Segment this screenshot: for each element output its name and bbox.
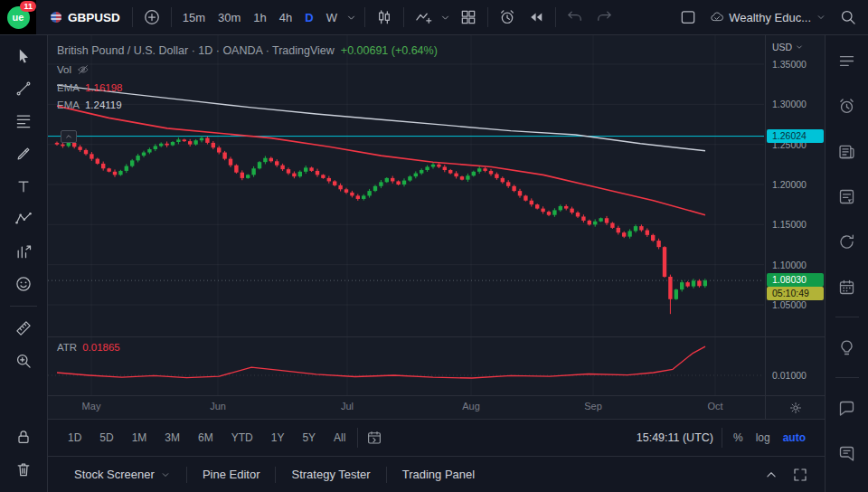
range-1M[interactable]: 1M (125, 429, 155, 447)
tab-label: Strategy Tester (291, 468, 370, 481)
ema-label: EMA (57, 99, 80, 110)
indicators-button[interactable] (409, 5, 438, 30)
range-1D[interactable]: 1D (61, 429, 89, 447)
range-6M[interactable]: 6M (191, 429, 221, 447)
multichart-layout-button[interactable] (454, 5, 483, 30)
volume-legend-row[interactable]: Vol (57, 63, 438, 76)
timeframe-1h[interactable]: 1h (247, 5, 272, 29)
log-scale-toggle[interactable]: log (756, 431, 770, 444)
layout-select-button[interactable] (674, 5, 703, 30)
tab-stock-screener[interactable]: Stock Screener (59, 457, 186, 492)
redo-button[interactable] (590, 5, 618, 30)
time-axis[interactable]: MayJunJulAugSepOct (48, 395, 825, 419)
alerts-icon[interactable] (832, 90, 863, 121)
forecast-icon[interactable] (8, 236, 39, 267)
symbol-search-button[interactable]: GBPUSD (42, 5, 127, 30)
level-line-collapse-button[interactable] (61, 130, 77, 143)
month-labels[interactable]: MayJunJulAugSepOct (48, 396, 764, 419)
month-label[interactable]: Jul (341, 401, 354, 412)
tab-trading-panel[interactable]: Trading Panel (387, 457, 490, 492)
lock-icon[interactable] (8, 421, 39, 452)
text-icon[interactable] (8, 171, 39, 202)
month-label[interactable]: Sep (584, 401, 602, 412)
tab-strategy-tester[interactable]: Strategy Tester (276, 457, 385, 492)
chart-style-button[interactable] (370, 5, 399, 30)
ema-slow-legend-row[interactable]: EMA 1.24119 (57, 99, 438, 110)
range-3M[interactable]: 3M (157, 429, 187, 447)
ideas-icon[interactable] (832, 332, 863, 363)
price-tick-label: 1.15000 (766, 218, 825, 231)
add-symbol-button[interactable] (137, 5, 166, 30)
hotlists-icon[interactable] (832, 226, 863, 257)
month-label[interactable]: Oct (707, 401, 722, 412)
price-tick-label: 1.10000 (766, 259, 825, 271)
bar-replay-button[interactable] (522, 5, 551, 30)
xabcd-pattern-icon[interactable] (8, 203, 39, 234)
clock[interactable]: 15:49:11 (UTC) (637, 431, 713, 444)
tradingview-app: ue 11 GBPUSD 15m30m1h4hDW Wealthy Educ..… (0, 0, 868, 492)
public-chat-icon[interactable] (832, 438, 863, 468)
range-YTD[interactable]: YTD (224, 429, 260, 447)
range-5D[interactable]: 5D (92, 429, 120, 447)
timeframe-group: 15m30m1h4hDW (176, 5, 344, 29)
timeframe-D[interactable]: D (298, 5, 319, 29)
range-5Y[interactable]: 5Y (295, 429, 323, 447)
brush-icon[interactable] (8, 138, 39, 169)
news-icon[interactable] (832, 136, 863, 166)
ema-fast-legend-row[interactable]: EMA 1.16198 (57, 82, 438, 93)
search-button[interactable] (834, 5, 863, 30)
price-scale[interactable]: USD 1.350001.300001.250001.200001.150001… (765, 35, 825, 336)
support-icon[interactable] (832, 483, 863, 492)
create-alert-button[interactable] (493, 5, 522, 30)
watchlist-icon[interactable] (832, 45, 863, 76)
top-toolbar: ue 11 GBPUSD 15m30m1h4hDW Wealthy Educ..… (0, 0, 868, 35)
currency-selector[interactable]: USD (772, 42, 804, 52)
timeframe-15m[interactable]: 15m (176, 5, 212, 29)
emoji-icon[interactable] (8, 269, 39, 299)
percent-scale-toggle[interactable]: % (733, 431, 743, 444)
range-1Y[interactable]: 1Y (264, 429, 292, 447)
calendar-icon[interactable] (832, 271, 863, 302)
ruler-icon[interactable] (8, 313, 39, 344)
level-price-label: 1.26024 (767, 129, 824, 143)
timeframe-W[interactable]: W (320, 5, 344, 29)
ema-fast-value: 1.16198 (85, 82, 123, 93)
timeframe-4h[interactable]: 4h (273, 5, 298, 29)
month-label[interactable]: Aug (462, 401, 480, 412)
main-chart-pane[interactable]: British Pound / U.S. Dollar · 1D · OANDA… (48, 35, 825, 336)
price-tick-label: 1.35000 (766, 58, 825, 71)
layout-name-button[interactable]: Wealthy Educ... (703, 5, 834, 30)
indicators-menu-chevron-icon[interactable] (438, 5, 454, 30)
app-logo[interactable]: ue 11 (0, 0, 36, 34)
chat-icon[interactable] (832, 393, 863, 423)
panel-maximize-icon[interactable] (792, 467, 808, 483)
atr-chart[interactable] (48, 337, 764, 395)
atr-scale[interactable]: 0.01000 (765, 337, 825, 395)
range-All[interactable]: All (326, 429, 353, 447)
eye-off-icon[interactable] (77, 63, 90, 76)
trash-icon[interactable] (8, 454, 39, 485)
timeframe-30m[interactable]: 30m (212, 5, 247, 29)
legend-title-row[interactable]: British Pound / U.S. Dollar · 1D · OANDA… (57, 44, 438, 57)
data-window-icon[interactable] (832, 181, 863, 212)
panel-controls (763, 467, 825, 483)
currency-label: USD (772, 42, 792, 52)
cursor-icon[interactable] (8, 41, 39, 71)
gear-icon[interactable] (788, 401, 803, 415)
atr-tick-label: 0.01000 (766, 369, 825, 382)
timeframe-menu-chevron-icon[interactable] (344, 5, 360, 30)
zoom-icon[interactable] (8, 345, 39, 376)
undo-button[interactable] (561, 5, 590, 30)
chevron-down-icon (160, 469, 171, 480)
bar-countdown-label: 05:10:49 (767, 287, 824, 300)
trendline-icon[interactable] (8, 73, 39, 104)
panel-expand-chevron-icon[interactable] (763, 467, 779, 483)
go-to-date-icon[interactable] (366, 430, 382, 446)
auto-scale-toggle[interactable]: auto (783, 431, 806, 444)
month-label[interactable]: Jun (210, 401, 226, 412)
atr-legend[interactable]: ATR 0.01865 (57, 342, 120, 353)
month-label[interactable]: May (82, 401, 101, 412)
fib-retracement-icon[interactable] (8, 106, 39, 137)
atr-indicator-pane[interactable]: ATR 0.01865 0.01000 (48, 336, 825, 395)
tab-pine-editor[interactable]: Pine Editor (187, 457, 276, 492)
